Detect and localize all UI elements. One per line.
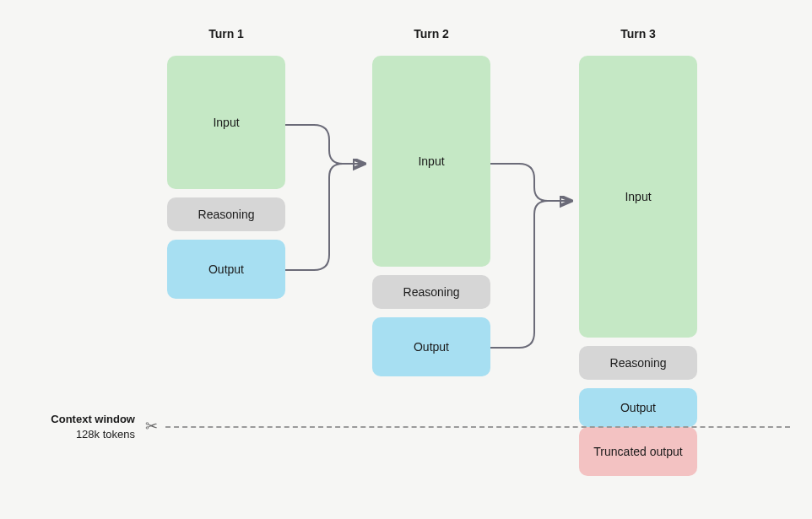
turn2-input-block: Input bbox=[372, 56, 490, 267]
turn1-header: Turn 1 bbox=[167, 27, 285, 41]
arrow-t2-input-to-t3 bbox=[490, 164, 570, 201]
turn3-reasoning-block: Reasoning bbox=[579, 346, 697, 380]
context-window-title: Context window bbox=[51, 413, 135, 425]
arrow-t1-input-to-t2 bbox=[285, 125, 363, 164]
turn2-reasoning-block: Reasoning bbox=[372, 275, 490, 309]
arrow-t1-output-to-t2 bbox=[285, 164, 343, 270]
turn3-output-block: Output bbox=[579, 388, 697, 427]
turn3-input-block: Input bbox=[579, 56, 697, 338]
context-window-tokens: 128k tokens bbox=[76, 428, 135, 441]
turn2-header: Turn 2 bbox=[372, 27, 490, 41]
turn3-truncated-block: Truncated output bbox=[579, 427, 697, 476]
turn2-output-block: Output bbox=[372, 317, 490, 376]
turn1-input-block: Input bbox=[167, 56, 285, 189]
turn1-reasoning-block: Reasoning bbox=[167, 197, 285, 231]
context-window-line bbox=[165, 426, 790, 428]
turn3-header: Turn 3 bbox=[579, 27, 697, 41]
diagram-canvas: Turn 1 Turn 2 Turn 3 Input Reasoning Out… bbox=[0, 0, 812, 519]
arrow-t2-output-to-t3 bbox=[490, 201, 548, 348]
scissors-icon: ✂ bbox=[145, 417, 158, 435]
context-window-label: Context window 128k tokens bbox=[25, 412, 135, 441]
turn1-output-block: Output bbox=[167, 240, 285, 299]
